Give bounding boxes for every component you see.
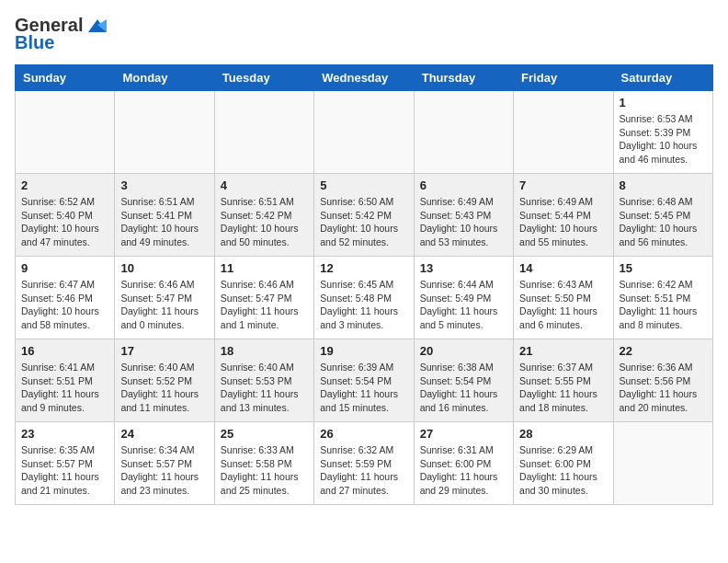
calendar-cell: 3Sunrise: 6:51 AM Sunset: 5:41 PM Daylig… (115, 174, 214, 257)
day-info: Sunrise: 6:40 AM Sunset: 5:53 PM Dayligh… (221, 361, 308, 415)
day-number: 10 (120, 261, 208, 275)
calendar-cell: 13Sunrise: 6:44 AM Sunset: 5:49 PM Dayli… (414, 257, 513, 339)
day-info: Sunrise: 6:47 AM Sunset: 5:46 PM Dayligh… (21, 278, 108, 332)
day-number: 7 (519, 178, 607, 192)
calendar-cell: 21Sunrise: 6:37 AM Sunset: 5:55 PM Dayli… (514, 339, 613, 422)
calendar-cell: 23Sunrise: 6:35 AM Sunset: 5:57 PM Dayli… (16, 422, 115, 505)
day-number: 23 (21, 427, 108, 441)
day-info: Sunrise: 6:50 AM Sunset: 5:42 PM Dayligh… (320, 195, 407, 249)
day-info: Sunrise: 6:31 AM Sunset: 6:00 PM Dayligh… (420, 443, 507, 498)
day-number: 20 (420, 344, 507, 358)
day-info: Sunrise: 6:36 AM Sunset: 5:56 PM Dayligh… (620, 361, 707, 415)
day-info: Sunrise: 6:46 AM Sunset: 5:47 PM Dayligh… (221, 278, 308, 332)
day-number: 24 (120, 427, 208, 441)
calendar-cell: 2Sunrise: 6:52 AM Sunset: 5:40 PM Daylig… (16, 174, 115, 257)
day-info: Sunrise: 6:44 AM Sunset: 5:49 PM Dayligh… (420, 278, 507, 332)
day-info: Sunrise: 6:34 AM Sunset: 5:57 PM Dayligh… (120, 443, 208, 498)
day-number: 14 (519, 261, 607, 275)
calendar-cell: 27Sunrise: 6:31 AM Sunset: 6:00 PM Dayli… (414, 422, 513, 505)
calendar-week-row: 2Sunrise: 6:52 AM Sunset: 5:40 PM Daylig… (16, 174, 713, 257)
day-info: Sunrise: 6:53 AM Sunset: 5:39 PM Dayligh… (620, 112, 707, 167)
calendar-header-wednesday: Wednesday (314, 65, 414, 91)
calendar-cell: 1Sunrise: 6:53 AM Sunset: 5:39 PM Daylig… (613, 91, 712, 174)
day-info: Sunrise: 6:29 AM Sunset: 6:00 PM Dayligh… (519, 443, 607, 498)
logo-icon (85, 16, 110, 36)
day-number: 11 (221, 261, 308, 275)
day-number: 21 (519, 344, 607, 358)
calendar-cell: 7Sunrise: 6:49 AM Sunset: 5:44 PM Daylig… (514, 174, 613, 257)
day-number: 8 (620, 178, 707, 192)
calendar-header-saturday: Saturday (613, 65, 712, 91)
day-number: 25 (221, 427, 308, 441)
calendar-cell: 15Sunrise: 6:42 AM Sunset: 5:51 PM Dayli… (613, 257, 712, 339)
calendar-cell: 22Sunrise: 6:36 AM Sunset: 5:56 PM Dayli… (613, 339, 712, 422)
calendar-header-thursday: Thursday (414, 65, 513, 91)
calendar-cell: 6Sunrise: 6:49 AM Sunset: 5:43 PM Daylig… (414, 174, 513, 257)
calendar-cell (613, 422, 712, 505)
day-info: Sunrise: 6:39 AM Sunset: 5:54 PM Dayligh… (320, 361, 407, 415)
day-number: 6 (420, 178, 507, 192)
day-number: 12 (320, 261, 407, 275)
calendar-cell: 11Sunrise: 6:46 AM Sunset: 5:47 PM Dayli… (214, 257, 313, 339)
day-number: 19 (320, 344, 407, 358)
day-info: Sunrise: 6:42 AM Sunset: 5:51 PM Dayligh… (620, 278, 707, 332)
logo-blue-text: Blue (15, 32, 54, 53)
calendar-cell: 8Sunrise: 6:48 AM Sunset: 5:45 PM Daylig… (613, 174, 712, 257)
calendar-cell: 9Sunrise: 6:47 AM Sunset: 5:46 PM Daylig… (16, 257, 115, 339)
day-info: Sunrise: 6:48 AM Sunset: 5:45 PM Dayligh… (620, 195, 707, 249)
calendar-cell: 20Sunrise: 6:38 AM Sunset: 5:54 PM Dayli… (414, 339, 513, 422)
calendar-cell: 12Sunrise: 6:45 AM Sunset: 5:48 PM Dayli… (314, 257, 414, 339)
calendar-week-row: 16Sunrise: 6:41 AM Sunset: 5:51 PM Dayli… (16, 339, 713, 422)
page-header: General Blue (15, 15, 713, 53)
calendar-week-row: 23Sunrise: 6:35 AM Sunset: 5:57 PM Dayli… (16, 422, 713, 505)
calendar-cell (214, 91, 313, 174)
day-info: Sunrise: 6:51 AM Sunset: 5:41 PM Dayligh… (120, 195, 208, 249)
calendar-week-row: 1Sunrise: 6:53 AM Sunset: 5:39 PM Daylig… (16, 91, 713, 174)
day-info: Sunrise: 6:43 AM Sunset: 5:50 PM Dayligh… (519, 278, 607, 332)
calendar-cell: 14Sunrise: 6:43 AM Sunset: 5:50 PM Dayli… (514, 257, 613, 339)
calendar-header-sunday: Sunday (16, 65, 115, 91)
calendar-cell: 5Sunrise: 6:50 AM Sunset: 5:42 PM Daylig… (314, 174, 414, 257)
calendar-cell: 4Sunrise: 6:51 AM Sunset: 5:42 PM Daylig… (214, 174, 313, 257)
day-info: Sunrise: 6:40 AM Sunset: 5:52 PM Dayligh… (120, 361, 208, 415)
calendar-cell: 18Sunrise: 6:40 AM Sunset: 5:53 PM Dayli… (214, 339, 313, 422)
day-number: 5 (320, 178, 407, 192)
day-number: 27 (420, 427, 507, 441)
day-number: 26 (320, 427, 407, 441)
calendar-header-row: SundayMondayTuesdayWednesdayThursdayFrid… (16, 65, 713, 91)
day-info: Sunrise: 6:38 AM Sunset: 5:54 PM Dayligh… (420, 361, 507, 415)
day-number: 17 (120, 344, 208, 358)
calendar-table: SundayMondayTuesdayWednesdayThursdayFrid… (15, 64, 713, 505)
day-info: Sunrise: 6:49 AM Sunset: 5:43 PM Dayligh… (420, 195, 507, 249)
day-info: Sunrise: 6:52 AM Sunset: 5:40 PM Dayligh… (21, 195, 108, 249)
day-number: 13 (420, 261, 507, 275)
calendar-header-tuesday: Tuesday (214, 65, 313, 91)
calendar-week-row: 9Sunrise: 6:47 AM Sunset: 5:46 PM Daylig… (16, 257, 713, 339)
day-number: 16 (21, 344, 108, 358)
calendar-cell: 25Sunrise: 6:33 AM Sunset: 5:58 PM Dayli… (214, 422, 313, 505)
calendar-cell: 17Sunrise: 6:40 AM Sunset: 5:52 PM Dayli… (115, 339, 214, 422)
day-number: 9 (21, 261, 108, 275)
calendar-cell: 28Sunrise: 6:29 AM Sunset: 6:00 PM Dayli… (514, 422, 613, 505)
calendar-cell (514, 91, 613, 174)
calendar-cell: 24Sunrise: 6:34 AM Sunset: 5:57 PM Dayli… (115, 422, 214, 505)
day-info: Sunrise: 6:46 AM Sunset: 5:47 PM Dayligh… (120, 278, 208, 332)
calendar-cell: 10Sunrise: 6:46 AM Sunset: 5:47 PM Dayli… (115, 257, 214, 339)
calendar-cell (414, 91, 513, 174)
calendar-cell (314, 91, 414, 174)
day-info: Sunrise: 6:41 AM Sunset: 5:51 PM Dayligh… (21, 361, 108, 415)
day-info: Sunrise: 6:45 AM Sunset: 5:48 PM Dayligh… (320, 278, 407, 332)
day-info: Sunrise: 6:37 AM Sunset: 5:55 PM Dayligh… (519, 361, 607, 415)
logo: General Blue (15, 15, 110, 53)
day-number: 28 (519, 427, 607, 441)
day-info: Sunrise: 6:49 AM Sunset: 5:44 PM Dayligh… (519, 195, 607, 249)
day-number: 4 (221, 178, 308, 192)
calendar-header-friday: Friday (514, 65, 613, 91)
calendar-cell: 26Sunrise: 6:32 AM Sunset: 5:59 PM Dayli… (314, 422, 414, 505)
calendar-cell (16, 91, 115, 174)
day-number: 2 (21, 178, 108, 192)
day-number: 22 (620, 344, 707, 358)
calendar-header-monday: Monday (115, 65, 214, 91)
calendar-cell: 16Sunrise: 6:41 AM Sunset: 5:51 PM Dayli… (16, 339, 115, 422)
day-number: 3 (120, 178, 208, 192)
